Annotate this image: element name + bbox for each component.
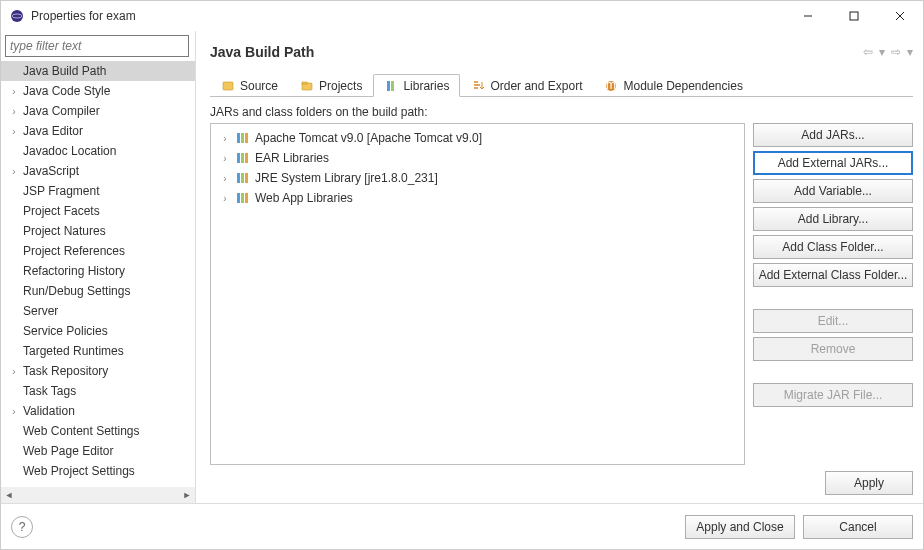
tab-bar: SourceProjectsLibrariesOrder and Exportm… [210,73,913,97]
horizontal-scrollbar[interactable]: ◄ ► [1,487,195,503]
sidebar-item[interactable]: ›JavaScript [1,161,195,181]
library-icon [235,191,251,205]
filter-container [5,35,189,57]
sidebar-item[interactable]: Run/Debug Settings [1,281,195,301]
sidebar-item[interactable]: ›Java Compiler [1,101,195,121]
svg-rect-19 [237,173,240,183]
migrate-jar-button: Migrate JAR File... [753,383,913,407]
svg-text:m: m [606,79,616,92]
library-icon [235,131,251,145]
scroll-right-arrow[interactable]: ► [179,490,195,500]
sidebar-item-label: Web Project Settings [21,464,135,478]
add-jars-button[interactable]: Add JARs... [753,123,913,147]
jar-list-item[interactable]: ›JRE System Library [jre1.8.0_231] [213,168,742,188]
sidebar-item[interactable]: Refactoring History [1,261,195,281]
eclipse-icon [9,8,25,24]
tab-source[interactable]: Source [210,74,289,97]
sidebar-item-label: Server [21,304,58,318]
forward-icon[interactable]: ⇨ [891,45,901,59]
expand-arrow-icon: › [219,193,231,204]
expand-arrow-icon: › [7,126,21,137]
minimize-button[interactable] [785,1,831,31]
sidebar-item[interactable]: Javadoc Location [1,141,195,161]
tab-projects[interactable]: Projects [289,74,373,97]
expand-arrow-icon: › [7,166,21,177]
sidebar-item-label: Web Page Editor [21,444,114,458]
svg-rect-23 [241,193,244,203]
sidebar-item[interactable]: Web Page Editor [1,441,195,461]
jar-list-item[interactable]: ›Apache Tomcat v9.0 [Apache Tomcat v9.0] [213,128,742,148]
library-icon [235,151,251,165]
main-panel: Java Build Path ⇦ ▾ ⇨ ▾ SourceProjectsLi… [196,31,923,503]
svg-rect-6 [223,82,233,90]
expand-arrow-icon: › [7,86,21,97]
sidebar-item-label: Refactoring History [21,264,125,278]
maximize-button[interactable] [831,1,877,31]
svg-rect-17 [241,153,244,163]
footer: ? Apply and Close Cancel [1,503,923,549]
sidebar-item[interactable]: Project References [1,241,195,261]
svg-rect-24 [245,193,248,203]
expand-arrow-icon: › [7,106,21,117]
sidebar-item[interactable]: Web Project Settings [1,461,195,481]
help-icon[interactable]: ? [11,516,33,538]
sidebar-item[interactable]: Server [1,301,195,321]
jar-item-label: JRE System Library [jre1.8.0_231] [255,171,438,185]
sidebar: Java Build Path›Java Code Style›Java Com… [1,31,196,503]
sidebar-item-label: Project Facets [21,204,100,218]
dropdown-icon[interactable]: ▾ [879,45,885,59]
jar-item-label: EAR Libraries [255,151,329,165]
dropdown2-icon[interactable]: ▾ [907,45,913,59]
sidebar-item[interactable]: Project Facets [1,201,195,221]
add-external-jars-button[interactable]: Add External JARs... [753,151,913,175]
sidebar-item-label: Validation [21,404,75,418]
sidebar-item-label: Run/Debug Settings [21,284,130,298]
build-area: ›Apache Tomcat v9.0 [Apache Tomcat v9.0]… [210,123,913,465]
property-tree[interactable]: Java Build Path›Java Code Style›Java Com… [1,59,195,487]
module-icon: m [604,79,618,93]
tab-module-dependencies[interactable]: mModule Dependencies [593,74,753,97]
filter-input[interactable] [5,35,189,57]
apply-button[interactable]: Apply [825,471,913,495]
apply-close-button[interactable]: Apply and Close [685,515,795,539]
sidebar-item-label: JavaScript [21,164,79,178]
sidebar-item-label: Project Natures [21,224,106,238]
jar-item-label: Apache Tomcat v9.0 [Apache Tomcat v9.0] [255,131,482,145]
tab-label: Source [240,79,278,93]
sidebar-item[interactable]: Web Content Settings [1,421,195,441]
sidebar-item[interactable]: ›Validation [1,401,195,421]
expand-arrow-icon: › [219,173,231,184]
jar-list-item[interactable]: ›EAR Libraries [213,148,742,168]
sidebar-item[interactable]: Java Build Path [1,61,195,81]
jar-list-item[interactable]: ›Web App Libraries [213,188,742,208]
projects-icon [300,79,314,93]
add-library-button[interactable]: Add Library... [753,207,913,231]
add-variable-button[interactable]: Add Variable... [753,179,913,203]
sidebar-item[interactable]: ›Java Editor [1,121,195,141]
tab-order-and-export[interactable]: Order and Export [460,74,593,97]
sidebar-item[interactable]: JSP Fragment [1,181,195,201]
sidebar-item-label: Service Policies [21,324,108,338]
sidebar-item[interactable]: Service Policies [1,321,195,341]
back-icon[interactable]: ⇦ [863,45,873,59]
sidebar-item[interactable]: Task Tags [1,381,195,401]
scroll-left-arrow[interactable]: ◄ [1,490,17,500]
sidebar-item[interactable]: ›Task Repository [1,361,195,381]
header-nav: ⇦ ▾ ⇨ ▾ [863,45,913,59]
tab-libraries[interactable]: Libraries [373,74,460,97]
order-icon [471,79,485,93]
page-title: Java Build Path [210,44,863,60]
sidebar-item-label: JSP Fragment [21,184,99,198]
svg-rect-14 [241,133,244,143]
jar-list[interactable]: ›Apache Tomcat v9.0 [Apache Tomcat v9.0]… [210,123,745,465]
svg-point-0 [11,10,23,22]
add-class-folder-button[interactable]: Add Class Folder... [753,235,913,259]
add-external-class-folder-button[interactable]: Add External Class Folder... [753,263,913,287]
sidebar-item-label: Java Compiler [21,104,100,118]
close-button[interactable] [877,1,923,31]
sidebar-item[interactable]: ›Java Code Style [1,81,195,101]
sidebar-item[interactable]: Project Natures [1,221,195,241]
svg-rect-16 [237,153,240,163]
sidebar-item[interactable]: Targeted Runtimes [1,341,195,361]
cancel-button[interactable]: Cancel [803,515,913,539]
